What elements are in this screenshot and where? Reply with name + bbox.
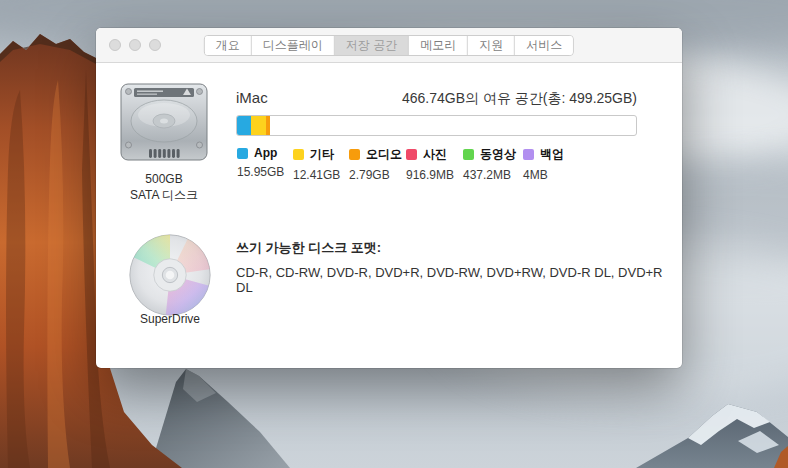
legend-swatch-audio	[349, 149, 360, 160]
legend-label: 동영상	[480, 146, 516, 163]
tab-bar: 개요 디스플레이 저장 공간 메모리 지원 서비스	[204, 35, 574, 56]
legend-label: 사진	[423, 146, 447, 163]
hard-disk-label-line1: 500GB	[96, 171, 232, 187]
legend-value: 2.79GB	[349, 168, 402, 182]
bar-segment-other	[251, 116, 266, 135]
about-this-mac-window: 개요 디스플레이 저장 공간 메모리 지원 서비스	[96, 28, 682, 368]
tab-overview[interactable]: 개요	[205, 36, 252, 55]
writable-formats-heading: 쓰기 가능한 디스크 포맷:	[236, 239, 381, 257]
disk-title: iMac	[236, 89, 268, 106]
tab-displays[interactable]: 디스플레이	[252, 36, 335, 55]
traffic-lights	[109, 39, 161, 51]
legend-item-audio: 오디오 2.79GB	[349, 146, 402, 182]
bar-segment-app	[237, 116, 251, 135]
bar-segment-audio	[266, 116, 270, 135]
legend-swatch-movies	[463, 149, 474, 160]
screen: 개요 디스플레이 저장 공간 메모리 지원 서비스	[0, 0, 788, 468]
legend-label: 기타	[310, 146, 334, 163]
legend-value: 4MB	[523, 168, 564, 182]
hard-disk-label: 500GB SATA 디스크	[96, 171, 232, 203]
minimize-button[interactable]	[129, 39, 141, 51]
tab-service[interactable]: 서비스	[515, 36, 573, 55]
legend-swatch-other	[293, 149, 304, 160]
legend-value: 437.2MB	[463, 168, 516, 182]
legend-item-movies: 동영상 437.2MB	[463, 146, 516, 182]
legend-value: 15.95GB	[237, 165, 284, 179]
legend-label: 백업	[540, 146, 564, 163]
legend-item-other: 기타 12.41GB	[293, 146, 340, 182]
hard-disk-icon[interactable]	[120, 83, 208, 163]
legend-label: App	[254, 146, 277, 160]
zoom-button[interactable]	[149, 39, 161, 51]
writable-formats-list: CD-R, CD-RW, DVD-R, DVD+R, DVD-RW, DVD+R…	[236, 265, 682, 295]
tab-storage[interactable]: 저장 공간	[335, 36, 409, 55]
titlebar[interactable]: 개요 디스플레이 저장 공간 메모리 지원 서비스	[96, 28, 682, 63]
superdrive-disc-icon[interactable]	[127, 232, 213, 318]
legend-swatch-backups	[523, 149, 534, 160]
legend-value: 12.41GB	[293, 168, 340, 182]
tab-memory[interactable]: 메모리	[409, 36, 468, 55]
storage-usage-bar	[236, 115, 637, 136]
legend-swatch-photos	[406, 149, 417, 160]
free-space-text: 466.74GB의 여유 공간(총: 499.25GB)	[402, 90, 637, 108]
legend-item-photos: 사진 916.9MB	[406, 146, 454, 182]
legend-label: 오디오	[366, 146, 402, 163]
legend-item-backups: 백업 4MB	[523, 146, 564, 182]
superdrive-label: SuperDrive	[102, 312, 238, 326]
legend-item-app: App 15.95GB	[237, 146, 284, 179]
close-button[interactable]	[109, 39, 121, 51]
legend-swatch-app	[237, 148, 248, 159]
tab-support[interactable]: 지원	[468, 36, 515, 55]
hard-disk-label-line2: SATA 디스크	[96, 187, 232, 203]
legend-value: 916.9MB	[406, 168, 454, 182]
